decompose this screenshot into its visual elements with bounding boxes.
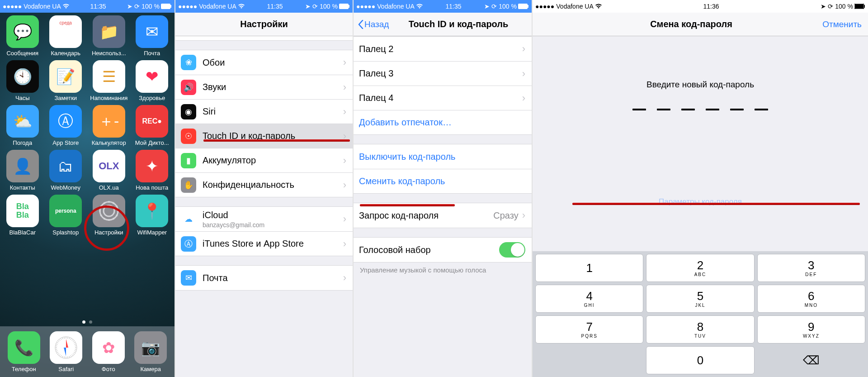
settings-row--[interactable]: ✋Конфиденциальность› bbox=[175, 172, 353, 197]
settings-row--[interactable]: ▮Аккумулятор› bbox=[175, 148, 353, 172]
app-blablacar[interactable]: Bla BlaBlaBlaCar bbox=[2, 195, 43, 236]
app--[interactable]: Настройки bbox=[88, 195, 130, 236]
annotation-underline bbox=[203, 139, 350, 142]
app--[interactable]: 📝Заметки bbox=[45, 60, 87, 101]
change-passcode-link[interactable]: Сменить код-пароль bbox=[354, 169, 532, 193]
key-letters: JKL bbox=[695, 303, 705, 308]
keypad-key-6[interactable]: 6MNO bbox=[757, 285, 865, 313]
key-letters: DEF bbox=[805, 272, 817, 277]
app--[interactable]: ✉Почта bbox=[132, 15, 173, 57]
page-title: Смена код-пароля bbox=[532, 19, 868, 29]
app-label: Нова пошта bbox=[136, 184, 168, 191]
chevron-right-icon: › bbox=[343, 272, 346, 284]
keypad-key-3[interactable]: 3DEF bbox=[757, 254, 865, 282]
keypad-key-9[interactable]: 9WXYZ bbox=[757, 315, 865, 344]
settings-row--[interactable]: ❀Обои› bbox=[175, 50, 353, 75]
voice-dial-toggle[interactable] bbox=[499, 242, 525, 258]
page-indicator[interactable] bbox=[0, 320, 175, 324]
keypad-key-1[interactable]: 1 bbox=[535, 254, 643, 282]
app--[interactable]: ☰Напоминания bbox=[88, 60, 130, 101]
finger-label: Палец 4 bbox=[359, 93, 522, 103]
app--[interactable]: 📞Телефон bbox=[8, 331, 40, 372]
app-wifimapper[interactable]: 📍WifiMapper bbox=[132, 195, 173, 236]
keypad-key-5[interactable]: 5JKL bbox=[646, 285, 754, 313]
app-label: Сообщения bbox=[6, 50, 38, 57]
settings-row-icloud[interactable]: ☁iCloudbanzaycs@gmail.com› bbox=[175, 207, 353, 231]
app-label: Калькулятор bbox=[92, 139, 126, 146]
battery-pct: 100 % bbox=[320, 3, 338, 10]
cell-label: iCloudbanzaycs@gmail.com bbox=[203, 210, 343, 229]
settings-row-touch-id-[interactable]: ☉Touch ID и код-пароль› bbox=[175, 124, 353, 148]
cancel-button[interactable]: Отменить bbox=[822, 19, 862, 29]
app-app-store[interactable]: ⒶApp Store bbox=[45, 105, 87, 146]
time-label: 11:36 bbox=[602, 3, 821, 10]
settings-list[interactable]: ❀Обои›🔊Звуки›◉Siri›☉Touch ID и код-парол… bbox=[175, 36, 353, 377]
app-icon: REC● bbox=[136, 105, 168, 138]
page-title: Настройки bbox=[175, 19, 353, 29]
app-safari[interactable]: Safari bbox=[50, 331, 82, 372]
finger-row[interactable]: Палец 2› bbox=[354, 37, 532, 61]
app--[interactable]: 🕙Часы bbox=[2, 60, 43, 101]
key-number: 9 bbox=[808, 321, 814, 333]
settings-row-siri[interactable]: ◉Siri› bbox=[175, 99, 353, 124]
key-letters: PQRS bbox=[581, 334, 597, 339]
disable-passcode-link[interactable]: Выключить код-пароль bbox=[354, 144, 532, 169]
back-button[interactable]: Назад bbox=[358, 19, 389, 29]
app-icon: ✉ bbox=[136, 15, 168, 48]
app-webmoney[interactable]: 🗂WebMoney bbox=[45, 150, 87, 191]
require-passcode-cell[interactable]: Запрос код-пароля Сразу › bbox=[354, 203, 532, 228]
pane-passcode: ●●●●● Vodafone UA 11:36 ➤ ⟳ 100 % Смена … bbox=[532, 0, 868, 377]
finger-row[interactable]: Палец 3› bbox=[354, 61, 532, 86]
battery: 100 % bbox=[142, 3, 172, 10]
app--[interactable]: среда12Календарь bbox=[45, 15, 87, 57]
battery: 100 % bbox=[835, 3, 865, 10]
app--[interactable]: ⛅Погода bbox=[2, 105, 43, 146]
app-label: Погода bbox=[13, 139, 32, 146]
keypad-delete[interactable]: ⌫ bbox=[757, 346, 865, 374]
app--[interactable]: ＋-Калькулятор bbox=[88, 105, 130, 146]
keypad-key-2[interactable]: 2ABC bbox=[646, 254, 754, 282]
keypad-key-8[interactable]: 8TUV bbox=[646, 315, 754, 344]
finger-row[interactable]: Палец 4› bbox=[354, 86, 532, 110]
add-fingerprint-link[interactable]: Добавить отпечаток… bbox=[354, 110, 532, 134]
key-letters: WXYZ bbox=[803, 334, 820, 339]
key-letters: MNO bbox=[805, 303, 818, 308]
keypad-key-0[interactable]: 0 bbox=[646, 346, 754, 374]
app--[interactable]: REC●Мой Дикто... bbox=[132, 105, 173, 146]
app-icon: 📝 bbox=[49, 60, 82, 93]
battery-pct: 100 % bbox=[142, 3, 160, 10]
annotation-underline bbox=[360, 204, 455, 206]
passcode-options-link[interactable]: Параметры код-пароля bbox=[533, 197, 868, 206]
dock: 📞ТелефонSafari✿Фото📷Камера bbox=[0, 326, 175, 377]
settings-row--[interactable]: 🔊Звуки› bbox=[175, 75, 353, 99]
app-icon: ☰ bbox=[93, 60, 125, 93]
app--[interactable]: 📷Камера bbox=[134, 331, 167, 372]
touchid-list[interactable]: Палец 2›Палец 3›Палец 4›Добавить отпечат… bbox=[354, 36, 532, 377]
cell-label: Почта bbox=[203, 273, 343, 283]
app-icon: ❤ bbox=[136, 60, 168, 93]
app--[interactable]: ❤Здоровье bbox=[132, 60, 173, 101]
location-icon: ➤ bbox=[484, 3, 490, 10]
pane-home: ●●●●● Vodafone UA 11:35 ➤ ⟳ 100 % 💬Сообщ… bbox=[0, 0, 175, 377]
svg-line-11 bbox=[100, 206, 102, 207]
voice-dial-cell[interactable]: Голосовой набор bbox=[354, 238, 532, 262]
app--[interactable]: ✿Фото bbox=[92, 331, 125, 372]
chevron-right-icon: › bbox=[343, 81, 346, 93]
app--[interactable]: ✦Нова пошта bbox=[132, 150, 173, 191]
settings-row--[interactable]: ✉Почта› bbox=[175, 266, 353, 290]
app-icon: 🕙 bbox=[6, 60, 39, 93]
keypad-key-7[interactable]: 7PQRS bbox=[535, 315, 643, 344]
app--[interactable]: 📁Неиспольз... bbox=[88, 15, 130, 57]
app-splashtop[interactable]: personaSplashtop bbox=[45, 195, 87, 236]
app--[interactable]: 💬Сообщения bbox=[2, 15, 43, 57]
app-olx-ua[interactable]: OLXOLX.ua bbox=[88, 150, 130, 191]
svg-rect-53 bbox=[339, 4, 349, 9]
hand-icon: ✋ bbox=[181, 177, 196, 193]
keypad-key-4[interactable]: 4GHI bbox=[535, 285, 643, 313]
app--[interactable]: 👤Контакты bbox=[2, 150, 43, 191]
signal-dots: ●●●●● bbox=[3, 3, 22, 10]
app-label: Фото bbox=[102, 366, 115, 372]
cloud-icon: ☁ bbox=[181, 211, 196, 227]
siri-icon: ◉ bbox=[181, 104, 196, 119]
settings-row-itunes-store-app-store[interactable]: ⒶiTunes Store и App Store› bbox=[175, 231, 353, 256]
